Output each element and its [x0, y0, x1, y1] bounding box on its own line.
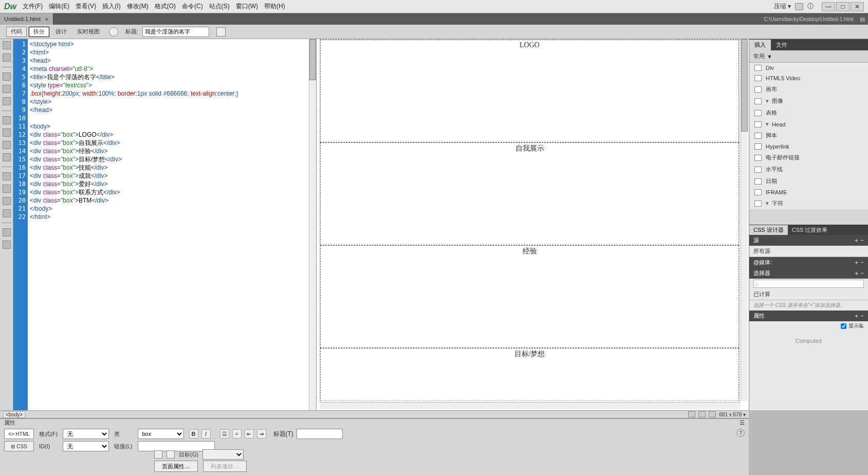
title2-input[interactable]: [297, 429, 343, 439]
ul-button[interactable]: ☰: [220, 429, 229, 439]
insert-char[interactable]: ▾字符: [749, 197, 868, 209]
selector-filter-input[interactable]: [753, 280, 864, 288]
outdent-icon[interactable]: [3, 185, 11, 193]
tab-insert[interactable]: 插入: [749, 40, 771, 50]
add-media-icon[interactable]: ＋ −: [854, 259, 864, 266]
preview-box[interactable]: 目标/梦想: [320, 348, 739, 401]
add-selector-icon[interactable]: ＋ −: [854, 269, 864, 277]
refresh-code-icon[interactable]: [3, 85, 11, 93]
insert-canvas[interactable]: 画布: [749, 83, 868, 95]
menu-help[interactable]: 帮助(H): [264, 2, 285, 11]
file-tab[interactable]: Untitled-1.html ×: [0, 13, 53, 25]
list-items-button[interactable]: 列表项目…: [203, 461, 247, 472]
wand-icon[interactable]: [3, 72, 11, 81]
preview-scrollbar-h[interactable]: [320, 402, 741, 409]
tab-files[interactable]: 文件: [771, 40, 792, 50]
cssd-sources-header[interactable]: 源＋ −: [749, 235, 868, 246]
properties-menu-icon[interactable]: ☰: [740, 419, 745, 426]
line-numbers-icon[interactable]: [3, 129, 11, 137]
italic-button[interactable]: I: [201, 429, 211, 439]
comment-icon[interactable]: [3, 209, 11, 217]
title-input[interactable]: [142, 27, 209, 37]
view-design-button[interactable]: 设计: [51, 27, 71, 37]
workspace-dropdown[interactable]: 压缩 ▾: [774, 2, 791, 11]
tab-css-transitions[interactable]: CSS 过渡效果: [788, 225, 832, 235]
menu-window[interactable]: 窗口(W): [236, 2, 258, 11]
menu-view[interactable]: 查看(V): [76, 2, 96, 11]
menu-insert[interactable]: 插入(I): [102, 2, 120, 11]
syntax-icon[interactable]: [3, 153, 11, 161]
cssd-properties-header[interactable]: 属性＋ −: [749, 310, 868, 321]
view-code-button[interactable]: 代码: [6, 27, 27, 37]
indent-button[interactable]: ⇥: [257, 429, 266, 439]
insert-email-link[interactable]: 电子邮件链接: [749, 152, 868, 163]
preview-box[interactable]: LOGO: [320, 40, 739, 142]
recent-icon[interactable]: [3, 241, 11, 249]
minimize-button[interactable]: —: [822, 2, 835, 11]
tab-css-designer[interactable]: CSS 设计器: [749, 225, 788, 235]
props-html-tab[interactable]: <> HTML: [4, 429, 34, 439]
menu-commands[interactable]: 命令(C): [182, 2, 203, 11]
select-tool-icon[interactable]: [688, 411, 695, 417]
insert-category-dropdown[interactable]: 常用 ▼: [749, 50, 868, 63]
insert-date[interactable]: 日期: [749, 175, 868, 187]
link-browse-icon[interactable]: [154, 450, 162, 459]
view-live-button[interactable]: 实时视图: [73, 27, 104, 37]
toolbar-extra-icon[interactable]: [216, 27, 226, 36]
insert-hr[interactable]: 水平线: [749, 163, 868, 175]
format-code-icon[interactable]: [3, 197, 11, 205]
format-select[interactable]: 无: [63, 429, 109, 439]
refresh-icon[interactable]: [109, 27, 118, 36]
add-source-icon[interactable]: ＋ −: [854, 236, 864, 244]
menu-format[interactable]: 格式(O): [155, 2, 176, 11]
close-button[interactable]: ✕: [851, 2, 864, 11]
insert-div[interactable]: Div: [749, 63, 868, 73]
preview-scrollbar-v[interactable]: [741, 39, 748, 401]
target-select[interactable]: [202, 449, 244, 460]
window-size[interactable]: 681 x 678 ▾: [719, 412, 746, 417]
cssd-computed-row[interactable]: 已计算: [749, 289, 868, 300]
balance-icon[interactable]: [3, 116, 11, 124]
collapse-icon[interactable]: [3, 53, 11, 62]
class-select[interactable]: box: [138, 429, 184, 439]
preview-box[interactable]: 自我展示: [320, 142, 739, 245]
show-set-checkbox[interactable]: [841, 323, 846, 329]
bold-button[interactable]: B: [189, 429, 198, 439]
insert-html5video[interactable]: HTML5 Video: [749, 73, 868, 83]
sync-icon[interactable]: [795, 3, 803, 10]
crumb-body[interactable]: <body>: [3, 411, 25, 418]
highlight-icon[interactable]: [3, 97, 11, 105]
insert-image[interactable]: ▾图像: [749, 95, 868, 107]
editor-scrollbar-v[interactable]: [309, 39, 316, 410]
design-preview[interactable]: LOGO 自我展示 经验 目标/梦想: [317, 39, 749, 410]
ol-button[interactable]: ≡: [232, 429, 242, 439]
add-property-icon[interactable]: ＋ −: [854, 312, 864, 320]
open-docs-icon[interactable]: [3, 41, 11, 49]
zoom-tool-icon[interactable]: [709, 411, 716, 417]
close-tab-icon[interactable]: ×: [45, 15, 49, 23]
info-icon[interactable]: ⓘ: [807, 2, 814, 11]
view-split-button[interactable]: 拆分: [29, 27, 49, 37]
hand-tool-icon[interactable]: [698, 411, 706, 417]
doc-options-icon[interactable]: ▤: [860, 16, 865, 23]
insert-script[interactable]: 脚本: [749, 130, 868, 141]
outdent-button[interactable]: ⇤: [245, 429, 254, 439]
maximize-button[interactable]: □: [836, 2, 849, 11]
cssd-selectors-header[interactable]: 选择器＋ −: [749, 268, 868, 279]
menu-modify[interactable]: 修改(M): [127, 2, 149, 11]
insert-table[interactable]: 表格: [749, 107, 868, 119]
menu-file[interactable]: 文件(F): [23, 2, 43, 11]
preview-box[interactable]: 经验: [320, 245, 739, 348]
insert-iframe[interactable]: IFRAME: [749, 187, 868, 197]
insert-head[interactable]: ▾Head: [749, 119, 868, 130]
page-properties-button[interactable]: 页面属性…: [154, 461, 198, 472]
indent-icon[interactable]: [3, 172, 11, 180]
menu-site[interactable]: 站点(S): [209, 2, 230, 11]
link-folder-icon[interactable]: [167, 450, 175, 459]
cssd-media-header[interactable]: @媒体:＋ −: [749, 257, 868, 268]
code-editor[interactable]: 12345678910111213141516171819202122 <!do…: [13, 39, 317, 410]
insert-hyperlink[interactable]: Hyperlink: [749, 141, 868, 152]
code-content[interactable]: <!doctype html> <html> <head> <meta char…: [28, 39, 316, 410]
search-icon[interactable]: [3, 228, 11, 236]
menu-edit[interactable]: 编辑(E): [49, 2, 69, 11]
